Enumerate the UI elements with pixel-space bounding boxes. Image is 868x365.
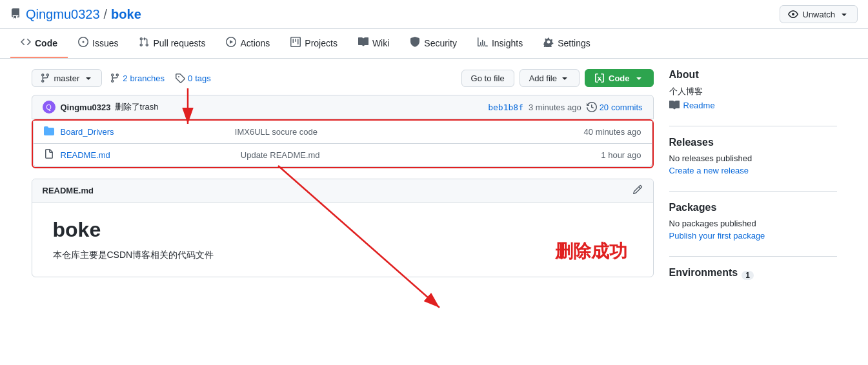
commit-count-label: commits — [611, 103, 642, 112]
tab-pull-requests[interactable]: Pull requests — [128, 29, 216, 58]
commit-message: 删除了trash — [115, 101, 159, 113]
commit-avatar: Q — [43, 101, 56, 113]
tab-insights-label: Insights — [492, 38, 523, 48]
tab-code-label: Code — [35, 38, 57, 48]
branch-name: master — [54, 74, 80, 83]
commit-meta: beb1b8f 3 minutes ago 20 commits — [488, 102, 642, 112]
delete-success-text: 删除成功 — [555, 239, 627, 264]
tags-link[interactable]: 0 tags — [175, 73, 211, 83]
branches-link[interactable]: 2 branches — [110, 73, 165, 83]
tab-wiki-label: Wiki — [372, 38, 389, 48]
code-icon — [21, 37, 31, 49]
file-commit-msg-1: Update README.md — [241, 150, 601, 160]
releases-text: No releases published — [669, 153, 837, 163]
main-layout: master 2 branches 0 tags Go to file — [21, 59, 847, 310]
insights-icon — [478, 37, 488, 49]
create-release-link[interactable]: Create a new release — [669, 166, 837, 175]
sidebar-environments: Environments 1 — [669, 267, 837, 284]
tab-issues-label: Issues — [92, 38, 118, 48]
file-time-0: 40 minutes ago — [584, 127, 641, 137]
readme-header: README.md — [32, 179, 653, 202]
edit-readme-icon[interactable] — [632, 184, 643, 197]
tab-projects-label: Projects — [305, 38, 338, 48]
packages-title: Packages — [669, 202, 837, 213]
branches-count: 2 — [123, 74, 127, 83]
commit-username[interactable]: Qingmu0323 — [61, 103, 111, 112]
file-icon — [44, 149, 54, 161]
commit-sha[interactable]: beb1b8f — [488, 103, 523, 112]
top-header: Qingmu0323 / boke Unwatch — [0, 0, 868, 29]
folder-name[interactable]: Board_Drivers — [61, 127, 235, 137]
repo-title: Qingmu0323 / boke — [26, 7, 141, 22]
tab-issues[interactable]: Issues — [68, 29, 128, 58]
readme-title-label: README.md — [43, 186, 94, 195]
actions-icon — [226, 37, 236, 49]
tab-settings[interactable]: Settings — [533, 29, 601, 58]
file-table-wrapper: Board_Drivers IMX6ULL socure code 40 min… — [32, 119, 654, 168]
wiki-icon — [358, 37, 368, 49]
add-file-label: Add file — [529, 74, 557, 83]
readme-link-label: Readme — [683, 101, 715, 110]
about-title: About — [669, 69, 837, 81]
issues-icon — [78, 37, 88, 49]
unwatch-label: Unwatch — [802, 10, 835, 19]
about-description: 个人博客 — [669, 86, 837, 97]
sidebar-releases: Releases No releases published Create a … — [669, 137, 837, 175]
tab-projects[interactable]: Projects — [280, 29, 348, 58]
commit-bar: Q Qingmu0323 删除了trash beb1b8f 3 minutes … — [32, 95, 654, 119]
tab-actions[interactable]: Actions — [216, 29, 280, 58]
pr-icon — [139, 37, 149, 49]
sidebar-separator-2 — [669, 191, 837, 192]
readme-project-title: boke — [53, 218, 632, 242]
tab-pr-label: Pull requests — [153, 38, 205, 48]
settings-icon — [543, 37, 554, 49]
sidebar: About 个人博客 Readme Releases No releases p… — [669, 69, 837, 299]
file-name-1[interactable]: README.md — [61, 150, 241, 160]
security-icon — [410, 37, 420, 49]
tab-settings-label: Settings — [558, 38, 590, 48]
tags-count: 0 — [188, 74, 192, 83]
nav-tabs: Code Issues Pull requests Actions Projec… — [0, 29, 868, 59]
add-file-button[interactable]: Add file — [520, 69, 580, 87]
action-buttons: Go to file Add file Code — [461, 69, 654, 87]
repo-content: master 2 branches 0 tags Go to file — [32, 69, 654, 299]
sidebar-about: About 个人博客 Readme — [669, 69, 837, 110]
repo-name-link[interactable]: boke — [111, 7, 141, 22]
repo-slash: / — [104, 7, 108, 22]
file-row: Board_Drivers IMX6ULL socure code 40 min… — [34, 121, 652, 144]
readme-body: boke 本仓库主要是CSDN博客相关的代码文件 删除成功 — [32, 202, 653, 277]
unwatch-button[interactable]: Unwatch — [780, 5, 858, 23]
sidebar-packages: Packages No packages published Publish y… — [669, 202, 837, 241]
sidebar-separator-3 — [669, 256, 837, 257]
commit-count-number: 20 — [600, 103, 609, 112]
repo-owner-link[interactable]: Qingmu0323 — [26, 7, 100, 22]
file-row: README.md Update README.md 1 hour ago — [34, 144, 652, 166]
commit-count: 20 commits — [587, 102, 643, 112]
toolbar-row: master 2 branches 0 tags Go to file — [32, 69, 654, 87]
environments-badge: 1 — [742, 271, 754, 280]
branch-selector[interactable]: master — [32, 69, 103, 87]
packages-text: No packages published — [669, 219, 837, 228]
file-table: Board_Drivers IMX6ULL socure code 40 min… — [33, 121, 652, 167]
sidebar-separator — [669, 126, 837, 126]
folder-icon — [44, 126, 54, 138]
readme-link[interactable]: Readme — [669, 100, 837, 110]
commit-time: 3 minutes ago — [529, 103, 581, 112]
file-time-1: 1 hour ago — [601, 150, 641, 160]
tab-actions-label: Actions — [240, 38, 270, 48]
branches-label: branches — [130, 74, 164, 83]
projects-icon — [290, 37, 301, 49]
avatar-text: Q — [46, 103, 52, 111]
environments-title: Environments — [669, 267, 738, 279]
go-to-file-button[interactable]: Go to file — [461, 70, 514, 87]
tab-wiki[interactable]: Wiki — [348, 29, 399, 58]
readme-description: 本仓库主要是CSDN博客相关的代码文件 — [53, 250, 632, 261]
file-commit-msg-0: IMX6ULL socure code — [235, 127, 584, 137]
tab-code[interactable]: Code — [10, 29, 68, 58]
code-label: Code — [609, 74, 630, 83]
publish-package-link[interactable]: Publish your first package — [669, 231, 837, 241]
releases-title: Releases — [669, 137, 837, 148]
tab-security[interactable]: Security — [399, 29, 467, 58]
code-button[interactable]: Code — [585, 69, 654, 87]
tab-insights[interactable]: Insights — [467, 29, 533, 58]
